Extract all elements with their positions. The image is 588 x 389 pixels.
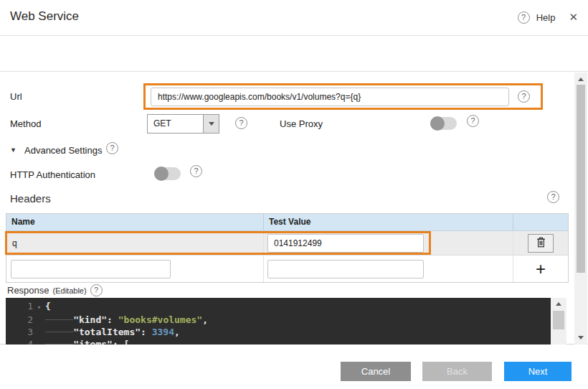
http-authentication-help-icon[interactable]: ? xyxy=(190,165,202,177)
toggle-knob xyxy=(430,116,445,131)
table-row: q xyxy=(6,231,568,256)
code-line: 4▾ "items": [ xyxy=(6,338,551,345)
use-proxy-label: Use Proxy xyxy=(280,118,323,129)
web-service-dialog: Web Service ? Help ✕ 1 2 Import WebServi… xyxy=(0,0,588,389)
response-label: Response xyxy=(7,285,49,296)
chevron-down-icon xyxy=(209,122,214,126)
column-header-test-value: Test Value xyxy=(264,214,513,230)
method-label: Method xyxy=(10,118,41,129)
scroll-up-icon[interactable] xyxy=(556,302,561,306)
toggle-knob xyxy=(154,167,169,181)
column-header-actions xyxy=(513,214,568,230)
method-help-icon[interactable]: ? xyxy=(235,117,247,129)
header-test-value-cell xyxy=(264,231,513,255)
footer: Cancel Back Next xyxy=(0,345,588,389)
cancel-button[interactable]: Cancel xyxy=(341,362,411,381)
code-line: 1▾{ xyxy=(6,300,551,314)
scroll-down-icon[interactable] xyxy=(578,336,584,339)
column-header-name: Name xyxy=(6,214,264,230)
advanced-settings-help-icon[interactable]: ? xyxy=(106,142,118,154)
delete-row-button[interactable] xyxy=(528,234,554,253)
scroll-up-icon[interactable] xyxy=(578,78,584,81)
next-button[interactable]: Next xyxy=(504,362,572,381)
add-row-button[interactable]: + xyxy=(531,262,550,276)
header-test-value-input[interactable] xyxy=(267,234,424,253)
url-highlight-box: ? xyxy=(143,83,543,110)
new-header-row: + xyxy=(6,256,568,282)
headers-help-icon[interactable]: ? xyxy=(547,191,559,203)
new-header-actions-cell: + xyxy=(513,256,568,282)
trash-icon xyxy=(536,237,546,250)
response-editable-sublabel: (Editable) xyxy=(53,286,87,295)
use-proxy-toggle[interactable] xyxy=(430,117,457,130)
response-code-editor[interactable]: 1▾{2 "kind": "books#volumes",3 "totalIte… xyxy=(6,298,551,345)
code-line: 3 "totalItems": 3394, xyxy=(6,326,551,338)
code-line: 2 "kind": "books#volumes", xyxy=(6,314,551,326)
new-header-test-value-cell xyxy=(264,256,513,282)
method-dropdown-arrow xyxy=(203,115,219,133)
response-label-row: Response (Editable) ? xyxy=(7,284,103,296)
advanced-settings-label[interactable]: Advanced Settings xyxy=(24,145,102,156)
fold-arrow-icon[interactable]: ▾ xyxy=(33,339,45,345)
method-selected-value: GET xyxy=(148,115,203,133)
headers-table-header: Name Test Value xyxy=(6,214,568,231)
url-label: Url xyxy=(10,91,22,102)
fold-arrow-icon[interactable]: ▾ xyxy=(33,301,45,314)
new-header-name-input[interactable] xyxy=(11,260,171,278)
editor-scrollbar[interactable] xyxy=(551,298,566,345)
url-help-icon[interactable]: ? xyxy=(518,90,530,103)
headers-table: Name Test Value q xyxy=(6,213,569,283)
titlebar: Web Service ? Help ✕ xyxy=(0,0,588,36)
url-input[interactable] xyxy=(151,88,509,106)
help-icon[interactable]: ? xyxy=(518,11,530,24)
response-editor-lines: 1▾{2 "kind": "books#volumes",3 "totalIte… xyxy=(6,300,551,345)
headers-heading: Headers xyxy=(10,192,51,205)
use-proxy-help-icon[interactable]: ? xyxy=(467,115,479,127)
main-scrollbar-thumb[interactable] xyxy=(577,85,585,273)
dialog-title: Web Service xyxy=(10,9,79,24)
back-button[interactable]: Back xyxy=(422,362,492,381)
advanced-settings-collapse-icon[interactable]: ▼ xyxy=(10,146,16,154)
method-select[interactable]: GET xyxy=(147,114,219,133)
main-scrollbar[interactable] xyxy=(574,72,587,345)
header-actions-cell xyxy=(513,231,568,255)
wizard-stepper: 1 2 Import WebService Configure WebServi… xyxy=(0,36,588,72)
header-name-cell[interactable]: q xyxy=(6,231,264,255)
editor-scrollbar-thumb[interactable] xyxy=(553,311,564,329)
new-header-name-cell xyxy=(6,256,264,282)
close-icon[interactable]: ✕ xyxy=(569,11,578,24)
header-name-value: q xyxy=(6,238,17,248)
help-link[interactable]: Help xyxy=(536,12,556,23)
http-authentication-label: HTTP Authentication xyxy=(10,169,95,180)
http-authentication-toggle[interactable] xyxy=(154,167,181,180)
new-header-test-value-input[interactable] xyxy=(267,260,424,278)
response-help-icon[interactable]: ? xyxy=(90,284,103,296)
content-area: Url ? Method GET ? Use Proxy ? ▼ Advance… xyxy=(0,72,588,345)
titlebar-actions: ? Help ✕ xyxy=(518,11,578,24)
